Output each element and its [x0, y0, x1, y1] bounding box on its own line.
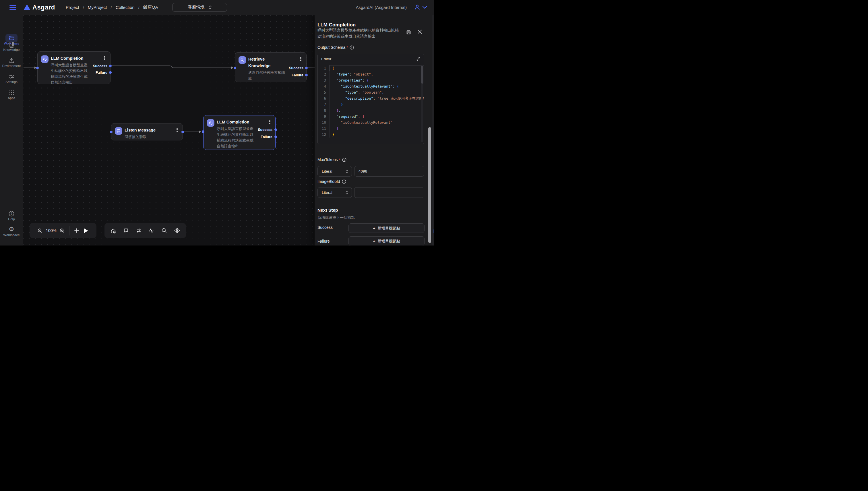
- user-icon[interactable]: [414, 4, 421, 11]
- llm-completion-icon: [207, 119, 214, 126]
- add-success-target-button[interactable]: + 新增目標節點: [349, 223, 424, 233]
- editor-code-area[interactable]: 1{ 2 "type": "object", 3 "properties": {…: [318, 64, 424, 144]
- node-retrieve-knowledge[interactable]: Retrieve Knowledge 透過自然語言檢索知識庫 Success F…: [235, 52, 306, 82]
- panel-scrollbar-thumb[interactable]: [428, 127, 431, 243]
- schema-editor[interactable]: Editor 1{ 2 "type": "object", 3 "propert…: [318, 54, 424, 144]
- llm-node-button[interactable]: [148, 228, 154, 234]
- llm-completion-icon: [41, 55, 49, 63]
- next-step-failure-label: Failure: [318, 239, 330, 243]
- info-icon[interactable]: [342, 179, 346, 184]
- apps-grid-icon: [8, 89, 15, 96]
- success-handle[interactable]: [109, 65, 112, 67]
- image-blob-id-mode-select[interactable]: Literal: [318, 187, 352, 198]
- output-port-failure: Failure: [96, 70, 107, 75]
- node-listen-message[interactable]: Listen Message 回答後的聽取: [111, 123, 183, 140]
- top-navbar: Asgard Project / MyProject / Collection …: [0, 0, 434, 15]
- output-handle[interactable]: [181, 131, 184, 133]
- app-name: Asgard: [32, 0, 55, 15]
- retrieve-knowledge-icon: [239, 56, 246, 64]
- sidebar-item-workspace[interactable]: ⚙ Workspace: [0, 226, 23, 233]
- listen-message-icon: [115, 127, 122, 135]
- upload-icon: [8, 57, 15, 64]
- account-chevron-down-icon[interactable]: [422, 6, 427, 9]
- node-title: Retrieve Knowledge: [248, 56, 285, 69]
- image-blob-id-label: ImageBlobId: [318, 179, 346, 184]
- input-handle[interactable]: [202, 131, 204, 133]
- max-tokens-input[interactable]: [354, 166, 424, 177]
- sidebar-item-knowledge[interactable]: Knowledge: [0, 41, 23, 48]
- workflow-canvas[interactable]: LLM Completion 呼叫大型語言模型並產生結構化的資料輸出以輔助流程的…: [23, 15, 315, 246]
- plus-icon: +: [373, 226, 376, 230]
- max-tokens-label: MaxTokens *: [318, 157, 347, 162]
- node-llm-completion-2-selected[interactable]: LLM Completion 呼叫大型語言模型並產生結構化的資料輸出以輔助流程的…: [203, 115, 275, 150]
- close-icon[interactable]: [418, 30, 422, 34]
- next-step-subtitle: 新增或選擇下一個節點: [318, 215, 355, 220]
- add-node-button[interactable]: [72, 228, 81, 233]
- run-workflow-button[interactable]: [81, 228, 91, 233]
- node-description: 呼叫大型語言模型並產生結構化的資料輸出以輔助流程的決策或生成自然語言輸出: [217, 126, 255, 149]
- input-handle[interactable]: [36, 67, 39, 69]
- message-node-button[interactable]: [123, 228, 129, 233]
- breadcrumb-myproject[interactable]: MyProject: [88, 5, 107, 10]
- environment-selector[interactable]: 客服情境: [172, 3, 227, 12]
- asgard-workflow-editor: Asgard Project / MyProject / Collection …: [0, 0, 434, 246]
- output-port-success: Success: [289, 66, 303, 70]
- node-menu-icon[interactable]: [268, 119, 272, 124]
- sidebar-item-apps[interactable]: Apps: [0, 89, 23, 96]
- image-blob-id-input[interactable]: [354, 187, 424, 198]
- success-handle[interactable]: [274, 128, 277, 131]
- failure-handle[interactable]: [274, 136, 277, 138]
- breadcrumb-current[interactable]: 飯店QA: [143, 5, 158, 10]
- max-tokens-mode-select[interactable]: Literal: [318, 166, 352, 177]
- left-sidebar: Workflows Knowledge Environment: [0, 15, 23, 246]
- expand-icon[interactable]: [416, 57, 420, 61]
- gear-icon: ⚙: [0, 226, 23, 233]
- editor-scrollbar-thumb[interactable]: [421, 66, 423, 84]
- failure-handle[interactable]: [305, 74, 308, 76]
- plus-icon: +: [373, 239, 376, 243]
- zoom-toolbar: 100%: [30, 223, 96, 238]
- panel-scrollbar-track[interactable]: [432, 15, 434, 246]
- failure-handle[interactable]: [109, 71, 112, 74]
- zoom-in-button[interactable]: [57, 228, 67, 233]
- node-menu-icon[interactable]: [299, 57, 303, 61]
- input-handle[interactable]: [234, 67, 236, 69]
- svg-text:?: ?: [11, 212, 12, 215]
- save-icon[interactable]: [406, 30, 411, 35]
- active-item-highlight: [5, 34, 18, 42]
- node-description: 呼叫大型語言模型並產生結構化的資料輸出以輔助流程的決策或生成自然語言輸出: [51, 62, 89, 85]
- success-handle[interactable]: [305, 67, 308, 69]
- node-menu-icon[interactable]: [175, 127, 179, 132]
- account-label: AsgardAI (Asgard Internal): [356, 0, 407, 15]
- output-port-success: Success: [258, 128, 272, 132]
- node-title: Listen Message: [125, 127, 161, 134]
- info-icon[interactable]: [350, 46, 354, 50]
- sidebar-item-environment[interactable]: Environment: [0, 57, 23, 64]
- add-home-node-button[interactable]: [110, 228, 116, 234]
- swap-node-button[interactable]: [136, 228, 142, 234]
- editor-title: Editor: [321, 57, 331, 61]
- search-node-button[interactable]: [161, 228, 167, 233]
- output-schema-label: Output Schema *: [318, 45, 354, 50]
- info-icon[interactable]: [342, 157, 347, 162]
- breadcrumb-project[interactable]: Project: [66, 5, 79, 10]
- node-palette-toolbar: [104, 223, 186, 238]
- next-step-success-label: Success: [318, 225, 333, 230]
- panel-description: 呼叫大型語言模型並產生結構化的資料輸出以輔助流程的決策或生成自然語言輸出: [318, 27, 401, 39]
- sidebar-item-settings[interactable]: Settings: [0, 73, 23, 80]
- help-icon: ?: [8, 210, 15, 217]
- updown-chevron-icon: [346, 170, 348, 173]
- menu-icon[interactable]: [9, 5, 17, 10]
- clipped-edge-text: 上: [432, 229, 434, 234]
- updown-chevron-icon: [346, 191, 348, 194]
- input-handle[interactable]: [110, 131, 113, 133]
- zoom-out-button[interactable]: [35, 228, 45, 233]
- knowledge-node-button[interactable]: [174, 227, 180, 234]
- breadcrumb-collection[interactable]: Collection: [116, 5, 134, 10]
- add-failure-target-button[interactable]: + 新增目標節點: [349, 236, 424, 246]
- node-description: 回答後的聽取: [125, 134, 163, 140]
- node-llm-completion-1[interactable]: LLM Completion 呼叫大型語言模型並產生結構化的資料輸出以輔助流程的…: [37, 51, 111, 84]
- node-menu-icon[interactable]: [103, 56, 107, 60]
- sliders-icon: [8, 73, 15, 80]
- sidebar-item-help[interactable]: ? Help: [0, 210, 23, 217]
